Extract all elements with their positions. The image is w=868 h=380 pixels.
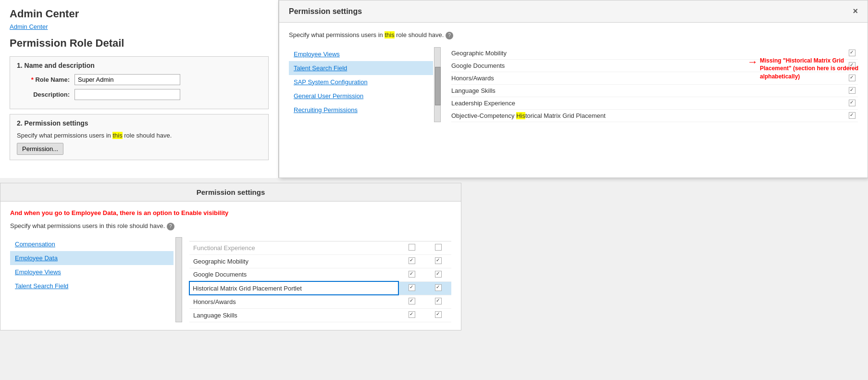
- row-honors-awards: Honors/Awards: [189, 295, 398, 308]
- admin-center-title: Admin Center: [10, 8, 269, 20]
- modal-scrollbar-thumb[interactable]: [435, 67, 441, 105]
- check-google-docs-1[interactable]: [409, 271, 415, 278]
- description-label: Description:: [17, 91, 74, 98]
- bottom-scrollbar[interactable]: [175, 237, 182, 322]
- nav-link-employee-views[interactable]: Employee Views: [294, 51, 340, 58]
- role-name-row: * Role Name:: [17, 74, 261, 85]
- modal-header: Permission settings ×: [279, 0, 868, 23]
- modal-content: Employee Views Talent Search Field SAP S…: [289, 47, 858, 122]
- left-panel: Admin Center Admin Center Permission Rol…: [0, 0, 279, 178]
- bottom-content: Compensation Employee Data Employee View…: [10, 237, 451, 322]
- nav-item-sap-config[interactable]: SAP System Configuration: [289, 75, 433, 89]
- bottom-body: And when you go to Employee Data, there …: [0, 202, 461, 330]
- permission-modal: Permission settings × Specify what permi…: [279, 0, 868, 178]
- alert-text: And when you go to Employee Data, there …: [10, 209, 451, 216]
- highlight-his: His: [516, 112, 525, 119]
- nav-link-talent-search[interactable]: Talent Search Field: [294, 64, 347, 72]
- bottom-wrapper: Permission settings And when you go to E…: [0, 183, 868, 330]
- annotation-arrow: →: [747, 57, 758, 67]
- check-func-exp-2[interactable]: [435, 244, 442, 251]
- nav-link-recruiting[interactable]: Recruiting Permissions: [294, 106, 358, 114]
- check-geo-mob-2[interactable]: [435, 257, 442, 264]
- check-language-1[interactable]: [409, 311, 415, 318]
- table-row: Honors/Awards: [189, 295, 451, 308]
- perm-leadership: Leadership Experience: [451, 97, 858, 110]
- section1-title: 1. Name and description: [17, 62, 261, 69]
- perm-check-language-skills[interactable]: [849, 87, 856, 94]
- bottom-table-container: Functional Experience Geographic Mobilit…: [184, 237, 451, 322]
- bottom-nav-link-compensation[interactable]: Compensation: [15, 241, 55, 248]
- perm-check-leadership[interactable]: [849, 100, 856, 106]
- bottom-nav-employee-data[interactable]: Employee Data: [10, 251, 174, 265]
- modal-body: Specify what permissions users in this r…: [279, 23, 868, 131]
- bottom-nav-talent-search[interactable]: Talent Search Field: [10, 279, 174, 293]
- bottom-header: Permission settings: [0, 183, 461, 202]
- modal-description: Specify what permissions users in this r…: [289, 31, 858, 39]
- row-historical-matrix: Historical Matrix Grid Placement Portlet: [189, 281, 398, 295]
- bottom-nav-link-employee-data[interactable]: Employee Data: [15, 254, 58, 262]
- modal-title: Permission settings: [289, 7, 362, 16]
- row-functional-experience: Functional Experience: [189, 241, 398, 254]
- row-google-docs: Google Documents: [189, 268, 398, 281]
- permission-button[interactable]: Permission...: [17, 143, 63, 155]
- check-geo-mob-1[interactable]: [409, 257, 415, 264]
- bottom-help-icon[interactable]: ?: [167, 223, 174, 230]
- description-row: Description:: [17, 89, 261, 100]
- description-input[interactable]: [74, 89, 180, 100]
- modal-close-button[interactable]: ×: [853, 6, 858, 16]
- back-to-admin-link[interactable]: Admin Center: [10, 23, 269, 30]
- annotation-text: Missing "Historical Matrix Grid Placemen…: [760, 57, 863, 81]
- required-star: *: [31, 76, 34, 83]
- nav-item-employee-views[interactable]: Employee Views: [289, 47, 433, 61]
- perm-objective-competency: Objective-Competency Historical Matrix G…: [451, 110, 858, 122]
- table-row: Language Skills: [189, 308, 451, 322]
- help-icon[interactable]: ?: [446, 32, 453, 39]
- col-name-header: [189, 237, 398, 241]
- check-historical-1[interactable]: [409, 284, 415, 291]
- table-row: Google Documents: [189, 268, 451, 281]
- bottom-desc: Specify what permissions users in this r…: [10, 222, 451, 230]
- check-google-docs-2[interactable]: [435, 271, 442, 278]
- table-row: Functional Experience: [189, 241, 451, 254]
- bottom-header-title: Permission settings: [10, 188, 451, 196]
- permission-desc: Specify what permissions users in this r…: [17, 132, 261, 139]
- nav-link-general-user[interactable]: General User Permission: [294, 92, 363, 100]
- check-honors-1[interactable]: [409, 298, 415, 304]
- page-title: Permission Role Detail: [10, 37, 269, 50]
- permission-settings-section: 2. Permission settings Specify what perm…: [10, 114, 269, 160]
- role-name-input[interactable]: [74, 74, 180, 85]
- row-language-skills: Language Skills: [189, 308, 398, 322]
- row-geographic-mobility: Geographic Mobility: [189, 254, 398, 268]
- permissions-table: Functional Experience Geographic Mobilit…: [189, 237, 451, 322]
- nav-item-recruiting[interactable]: Recruiting Permissions: [289, 103, 433, 117]
- table-row: Geographic Mobility: [189, 254, 451, 268]
- nav-item-talent-search[interactable]: Talent Search Field: [289, 61, 433, 75]
- bottom-nav-employee-views[interactable]: Employee Views: [10, 265, 174, 279]
- bottom-section: Permission settings And when you go to E…: [0, 183, 461, 330]
- name-description-section: 1. Name and description * Role Name: Des…: [10, 56, 269, 109]
- nav-link-sap-config[interactable]: SAP System Configuration: [294, 78, 368, 86]
- perm-check-objective[interactable]: [849, 112, 856, 119]
- check-historical-2[interactable]: [435, 284, 442, 291]
- modal-scrollbar[interactable]: [434, 47, 441, 122]
- modal-right-content: Geographic Mobility Google Documents Hon…: [442, 47, 858, 122]
- bottom-nav: Compensation Employee Data Employee View…: [10, 237, 174, 322]
- check-honors-2[interactable]: [435, 298, 442, 304]
- main-wrapper: Admin Center Admin Center Permission Rol…: [0, 0, 868, 380]
- col-edit-header: [425, 237, 451, 241]
- check-func-exp-1[interactable]: [409, 244, 415, 251]
- bottom-nav-compensation[interactable]: Compensation: [10, 237, 174, 251]
- check-language-2[interactable]: [435, 311, 442, 318]
- col-view-header: [398, 237, 425, 241]
- nav-item-general-user[interactable]: General User Permission: [289, 89, 433, 103]
- perm-check-geographic-mobility[interactable]: [849, 50, 856, 56]
- bottom-nav-link-employee-views[interactable]: Employee Views: [15, 268, 61, 276]
- annotation-container: → Missing "Historical Matrix Grid Placem…: [747, 57, 863, 81]
- bottom-nav-link-talent-search[interactable]: Talent Search Field: [15, 282, 68, 290]
- modal-nav: Employee Views Talent Search Field SAP S…: [289, 47, 433, 122]
- section2-title: 2. Permission settings: [17, 119, 261, 127]
- role-name-label: * Role Name:: [17, 76, 74, 83]
- top-section: Admin Center Admin Center Permission Rol…: [0, 0, 868, 178]
- table-header-row: [189, 237, 451, 241]
- table-row: Historical Matrix Grid Placement Portlet: [189, 281, 451, 295]
